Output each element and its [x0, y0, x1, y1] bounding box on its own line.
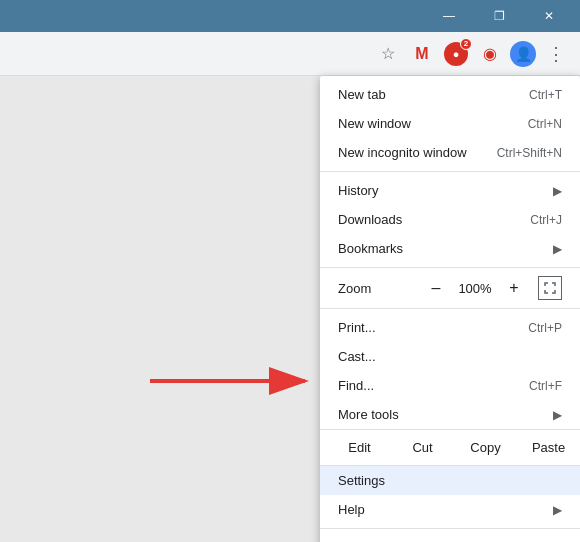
extension-icon-2[interactable]: ◉	[476, 40, 504, 68]
main-content: New tab Ctrl+T New window Ctrl+N New inc…	[0, 76, 580, 542]
browser-toolbar: ☆ M ● 2 ◉ 👤 ⋮	[0, 32, 580, 76]
zoom-value: 100%	[456, 281, 494, 296]
menu-item-more-tools[interactable]: More tools ▶	[320, 400, 580, 429]
close-button[interactable]: ✕	[526, 0, 572, 32]
zoom-label: Zoom	[338, 281, 424, 296]
maximize-icon: ❐	[494, 9, 505, 23]
divider-4	[320, 528, 580, 529]
menu-item-help[interactable]: Help ▶	[320, 495, 580, 524]
menu-item-copy[interactable]: Copy	[454, 434, 517, 461]
chrome-menu-button[interactable]: ⋮	[542, 40, 570, 68]
context-menu: New tab Ctrl+T New window Ctrl+N New inc…	[320, 76, 580, 542]
gmail-extension-icon[interactable]: M	[408, 40, 436, 68]
minimize-button[interactable]: —	[426, 0, 472, 32]
close-icon: ✕	[544, 9, 554, 23]
menu-item-downloads[interactable]: Downloads Ctrl+J	[320, 205, 580, 234]
divider-3	[320, 308, 580, 309]
fullscreen-button[interactable]	[538, 276, 562, 300]
maximize-button[interactable]: ❐	[476, 0, 522, 32]
fullscreen-icon	[544, 282, 556, 294]
menu-item-new-window[interactable]: New window Ctrl+N	[320, 109, 580, 138]
menu-item-exit[interactable]: Exit	[320, 533, 580, 542]
zoom-controls: – 100% +	[424, 276, 562, 300]
menu-item-bookmarks[interactable]: Bookmarks ▶	[320, 234, 580, 263]
user-avatar[interactable]: 👤	[510, 41, 536, 67]
menu-item-edit: Edit	[320, 434, 391, 461]
divider-2	[320, 267, 580, 268]
extension-icon-1[interactable]: ● 2	[442, 40, 470, 68]
zoom-row: Zoom – 100% +	[320, 272, 580, 304]
arrow-annotation	[140, 356, 320, 406]
minimize-icon: —	[443, 9, 455, 23]
menu-item-new-incognito[interactable]: New incognito window Ctrl+Shift+N	[320, 138, 580, 167]
toolbar-icons: ☆ M ● 2 ◉ 👤 ⋮	[374, 40, 570, 68]
menu-item-new-tab[interactable]: New tab Ctrl+T	[320, 80, 580, 109]
divider-1	[320, 171, 580, 172]
menu-item-cast[interactable]: Cast...	[320, 342, 580, 371]
menu-item-history[interactable]: History ▶	[320, 176, 580, 205]
edit-row: Edit Cut Copy Paste	[320, 429, 580, 466]
zoom-decrease-button[interactable]: –	[424, 276, 448, 300]
bookmark-star-icon[interactable]: ☆	[374, 40, 402, 68]
menu-item-paste[interactable]: Paste	[517, 434, 580, 461]
menu-item-print[interactable]: Print... Ctrl+P	[320, 313, 580, 342]
zoom-increase-button[interactable]: +	[502, 276, 526, 300]
menu-item-settings[interactable]: Settings	[320, 466, 580, 495]
titlebar: — ❐ ✕	[0, 0, 580, 32]
menu-item-cut[interactable]: Cut	[391, 434, 454, 461]
menu-item-find[interactable]: Find... Ctrl+F	[320, 371, 580, 400]
